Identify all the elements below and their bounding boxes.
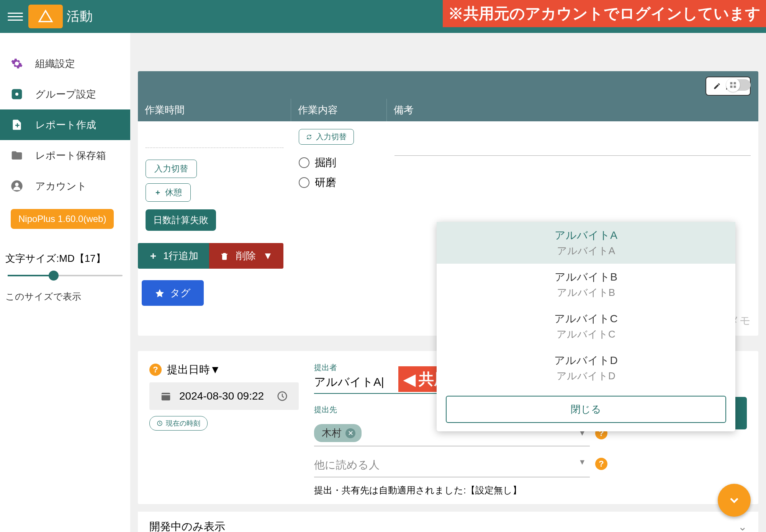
- refresh-icon: [306, 134, 312, 140]
- plus-icon: [154, 189, 161, 196]
- gear-icon: [11, 57, 23, 70]
- font-size-note: このサイズで表示: [5, 290, 130, 303]
- rest-button[interactable]: 休憩: [146, 183, 191, 202]
- sidebar-item-report-create[interactable]: レポート作成: [0, 109, 130, 140]
- sidebar-item-group-settings[interactable]: グループ設定: [0, 79, 130, 109]
- dropdown-item[interactable]: アルバイトD アルバイトD: [437, 347, 735, 389]
- main-content: 編集 作業時間 作業内容 備考 入力切替 休憩: [130, 33, 766, 532]
- time-input[interactable]: [146, 129, 283, 148]
- col-work-content: 作業内容: [291, 99, 387, 121]
- account-dropdown: アルバイトA アルバイトA アルバイトB アルバイトB アルバイトC アルバイト…: [437, 222, 735, 431]
- sidebar-item-account[interactable]: アカウント: [0, 171, 130, 201]
- star-icon: [155, 288, 165, 298]
- col-work-time: 作業時間: [138, 99, 291, 121]
- auto-apply-note: 提出・共有先は自動適用されました:【設定無し】: [314, 484, 590, 496]
- warning-button[interactable]: [28, 5, 63, 28]
- work-content-cell: 入力切替 掘削 研磨: [291, 121, 387, 238]
- app-header: 活動 ※共用元のアカウントでログインしています: [0, 0, 766, 33]
- sidebar: 組織設定 グループ設定 レポート作成 レポート保存箱 アカウント Ni: [0, 33, 130, 532]
- dropdown-item[interactable]: アルバイトC アルバイトC: [437, 305, 735, 347]
- svg-point-3: [15, 183, 18, 186]
- sidebar-item-label: 組織設定: [35, 57, 75, 70]
- menu-icon[interactable]: [8, 9, 23, 24]
- help-icon[interactable]: ?: [595, 458, 607, 470]
- radio-icon: [299, 177, 309, 188]
- sidebar-item-label: グループ設定: [35, 88, 96, 101]
- remarks-input[interactable]: [394, 133, 751, 156]
- sidebar-item-report-box[interactable]: レポート保存箱: [0, 140, 130, 171]
- dropdown-close-button[interactable]: 閉じる: [446, 396, 726, 423]
- date-picker[interactable]: 2024-08-30 09:22: [149, 382, 299, 410]
- trash-icon: [220, 251, 229, 261]
- readers-field[interactable]: 他に読める人 ▼ ?: [314, 450, 590, 477]
- delete-button[interactable]: 削除 ▼: [209, 243, 283, 269]
- calc-fail-badge: 日数計算失敗: [146, 209, 216, 231]
- version-badge[interactable]: NipoPlus 1.60.0(web): [11, 209, 114, 229]
- add-row-button[interactable]: 1行追加: [138, 243, 209, 269]
- radio-option-2[interactable]: 研磨: [299, 175, 379, 190]
- pencil-icon: [713, 82, 721, 90]
- font-size-label: 文字サイズ:MD【17】: [5, 252, 130, 265]
- clock-icon: [277, 390, 288, 402]
- input-switch-button[interactable]: 入力切替: [146, 160, 197, 178]
- help-icon[interactable]: ?: [149, 364, 162, 376]
- now-button[interactable]: 現在の時刻: [149, 416, 208, 431]
- grid-toggle[interactable]: [728, 79, 751, 91]
- remarks-cell: [387, 121, 758, 238]
- chevron-down-icon: ▼: [578, 458, 586, 467]
- tag-button[interactable]: タグ: [142, 280, 204, 306]
- table-header: 作業時間 作業内容 備考: [138, 99, 758, 121]
- clock-icon: [157, 420, 163, 426]
- fab-button[interactable]: [718, 484, 751, 517]
- card-toolbar: [138, 71, 758, 99]
- sidebar-item-label: アカウント: [35, 180, 87, 193]
- sidebar-item-label: レポート作成: [35, 118, 96, 132]
- dev-only-row[interactable]: 開発中のみ表示 ⌄: [138, 512, 758, 532]
- file-add-icon: [11, 119, 23, 131]
- page-title: 活動: [67, 8, 93, 25]
- chevron-down-icon: ▼: [263, 250, 273, 262]
- work-time-cell: 入力切替 休憩 日数計算失敗: [138, 121, 291, 238]
- sidebar-item-org-settings[interactable]: 組織設定: [0, 48, 130, 79]
- account-icon: [11, 180, 23, 192]
- folder-icon: [11, 149, 23, 162]
- svg-point-1: [15, 93, 18, 96]
- chip-remove-icon[interactable]: ✕: [345, 428, 355, 438]
- grid-icon: [729, 81, 737, 89]
- svg-rect-4: [730, 82, 733, 85]
- input-switch-button-2[interactable]: 入力切替: [299, 129, 354, 145]
- radio-option-1[interactable]: 掘削: [299, 155, 379, 170]
- dropdown-item[interactable]: アルバイトA アルバイトA: [437, 222, 735, 264]
- settings-box-icon: [11, 88, 23, 100]
- plus-icon: [149, 251, 158, 261]
- shared-account-banner: ※共用元のアカウントでログインしています: [443, 0, 766, 27]
- calendar-icon: [160, 390, 172, 402]
- recipient-chip[interactable]: 木村 ✕: [314, 424, 362, 442]
- radio-icon: [299, 157, 309, 168]
- chevron-down-icon: ⌄: [738, 521, 747, 532]
- submit-date-label[interactable]: ? 提出日時▼: [149, 362, 303, 377]
- sidebar-item-label: レポート保存箱: [35, 149, 106, 162]
- dropdown-item[interactable]: アルバイトB アルバイトB: [437, 264, 735, 305]
- svg-rect-8: [162, 393, 170, 400]
- svg-rect-7: [734, 86, 736, 88]
- chevron-down-icon: [727, 493, 741, 507]
- svg-rect-6: [730, 86, 733, 88]
- table-row: 入力切替 休憩 日数計算失敗 入力切替 掘削: [138, 121, 758, 238]
- svg-rect-5: [734, 82, 736, 85]
- font-size-slider[interactable]: [0, 270, 130, 281]
- col-remarks: 備考: [387, 99, 758, 121]
